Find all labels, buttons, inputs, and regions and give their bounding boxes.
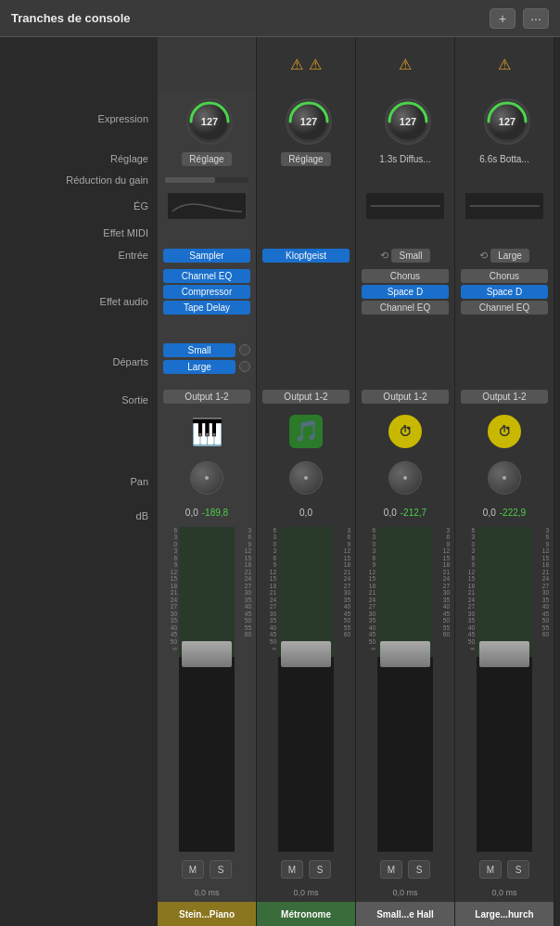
- effet-channel-eq-3[interactable]: Channel EQ: [362, 301, 449, 315]
- fader-handle-1[interactable]: [182, 641, 232, 667]
- entree-row-1: Sampler: [158, 243, 256, 267]
- fader-track-2[interactable]: [278, 527, 334, 852]
- sortie-btn-4[interactable]: Output 1-2: [461, 390, 548, 404]
- pan-dot-1: [205, 476, 209, 480]
- reglage-label: Réglage: [110, 153, 148, 164]
- fader-handle-4[interactable]: [479, 641, 529, 667]
- time-label-4: 0,0 ms: [491, 888, 516, 897]
- clock-icon-4: ⏱: [488, 415, 521, 448]
- pan-knob-2[interactable]: [289, 461, 323, 495]
- titlebar: Tranches de console + ···: [0, 0, 560, 37]
- pan-row-2: [257, 455, 355, 501]
- solo-btn-2[interactable]: S: [309, 860, 331, 879]
- effet-midi-label: Effet MIDI: [103, 227, 148, 238]
- mute-btn-3[interactable]: M: [380, 860, 402, 879]
- pan-label: Pan: [130, 476, 148, 487]
- db-row-2: 0,0: [257, 501, 355, 523]
- effet-audio-row-3: Chorus Space D Channel EQ: [356, 267, 454, 332]
- sortie-row-1: Output 1-2: [158, 384, 256, 408]
- solo-btn-4[interactable]: S: [507, 860, 529, 879]
- expression-knob-2[interactable]: 127: [284, 96, 328, 141]
- depart-large-btn-1[interactable]: Large: [163, 360, 235, 374]
- entree-row-4: ⟲ Large: [455, 243, 554, 267]
- instrument-row-4: ⏱: [455, 408, 554, 455]
- mute-btn-1[interactable]: M: [182, 860, 204, 879]
- eg-row-3: [356, 189, 454, 223]
- channel-header-3: ⚠: [356, 37, 454, 91]
- depart-small-btn-1[interactable]: Small: [163, 343, 235, 357]
- fader-row-2: 630369 121518212427 3035404550∞ 36912151…: [257, 523, 355, 855]
- effet-chorus-3[interactable]: Chorus: [362, 269, 449, 283]
- add-button[interactable]: +: [490, 8, 515, 29]
- channel-header-2: ⚠ ⚠: [257, 37, 355, 91]
- svg-text:127: 127: [201, 116, 218, 127]
- pan-knob-3[interactable]: [388, 461, 422, 495]
- sortie-btn-3[interactable]: Output 1-2: [362, 390, 449, 404]
- effet-channel-eq-1[interactable]: Channel EQ: [163, 269, 250, 283]
- fader-scale-right-3: 369121518 212427303540 45505560: [434, 527, 451, 852]
- reglage-btn-1[interactable]: Réglage: [182, 152, 231, 166]
- channel-stein-piano: 127 Réglage: [158, 37, 257, 926]
- channel-name-1[interactable]: Stein...Piano: [158, 902, 256, 926]
- db-row-3: 0,0 -212,7: [356, 501, 454, 523]
- channel-name-4[interactable]: Large...hurch: [455, 902, 554, 926]
- warning-icon-1: ⚠: [290, 56, 303, 73]
- time-row-2: 0,0 ms: [257, 883, 355, 902]
- menu-button[interactable]: ···: [523, 8, 549, 29]
- db-main-4: 0,0: [483, 508, 496, 518]
- pan-knob-4[interactable]: [488, 461, 521, 495]
- fader-handle-3[interactable]: [380, 641, 430, 667]
- fader-track-3[interactable]: [377, 527, 433, 852]
- channel-name-3[interactable]: Small...e Hall: [356, 902, 454, 926]
- effet-spaced-3[interactable]: Space D: [362, 285, 449, 299]
- fader-handle-2[interactable]: [281, 641, 331, 667]
- expression-knob-1[interactable]: 127: [185, 96, 229, 141]
- effet-chorus-4[interactable]: Chorus: [461, 269, 548, 283]
- db-peak-3: -212,7: [401, 508, 426, 518]
- effet-channel-eq-4[interactable]: Channel EQ: [461, 301, 548, 315]
- pan-knob-1[interactable]: [190, 461, 223, 495]
- instrument-row-1: 🎹: [158, 408, 256, 455]
- expression-knob-3[interactable]: 127: [383, 96, 427, 141]
- entree-btn-2[interactable]: Klopfgeist: [262, 249, 350, 263]
- channel-name-2[interactable]: Métronome: [257, 902, 355, 926]
- sortie-btn-1[interactable]: Output 1-2: [163, 390, 250, 404]
- effet-midi-row-2: [257, 223, 355, 243]
- solo-btn-1[interactable]: S: [210, 860, 232, 879]
- reglage-btn-2[interactable]: Réglage: [281, 152, 330, 166]
- fader-row-3: 630369 121518212427 3035404550∞ 36912151…: [356, 523, 454, 855]
- effet-spaced-4[interactable]: Space D: [461, 285, 548, 299]
- entree-label: Entrée: [119, 250, 148, 261]
- entree-btn-3[interactable]: Small: [391, 249, 429, 263]
- eg-row-1: [158, 189, 256, 223]
- warning-icon-4: ⚠: [498, 56, 511, 73]
- sortie-btn-2[interactable]: Output 1-2: [262, 390, 350, 404]
- eg-display-1: [168, 193, 247, 219]
- entree-btn-4[interactable]: Large: [490, 249, 529, 263]
- mute-btn-4[interactable]: M: [479, 860, 502, 879]
- departs-row-1: Small Large: [158, 332, 256, 384]
- expression-row-1: 127: [158, 91, 256, 147]
- fader-track-1[interactable]: [179, 527, 235, 852]
- ms-row-4: M S: [455, 855, 554, 883]
- db-main-2: 0,0: [299, 508, 312, 518]
- expression-knob-4[interactable]: 127: [482, 96, 527, 141]
- entree-btn-1[interactable]: Sampler: [163, 249, 250, 263]
- entree-row-3: ⟲ Small: [356, 243, 454, 267]
- svg-text:127: 127: [400, 116, 416, 127]
- time-row-3: 0,0 ms: [356, 883, 454, 902]
- depart-small-circle-1: [239, 344, 250, 355]
- eg-row-2: [257, 189, 355, 223]
- solo-btn-3[interactable]: S: [408, 860, 430, 879]
- db-peak-4: -222,9: [500, 508, 526, 518]
- effet-tape-delay-1[interactable]: Tape Delay: [163, 301, 250, 315]
- effet-compressor-1[interactable]: Compressor: [163, 285, 250, 299]
- fader-track-4[interactable]: [477, 527, 532, 852]
- effet-audio-row-4: Chorus Space D Channel EQ: [455, 267, 554, 332]
- reduction-row-4: [455, 171, 554, 189]
- piano-icon: 🎹: [191, 417, 223, 447]
- mute-btn-2[interactable]: M: [281, 860, 303, 879]
- page-title: Tranches de console: [11, 11, 131, 25]
- pan-dot-3: [403, 476, 407, 480]
- time-label-3: 0,0 ms: [392, 888, 417, 897]
